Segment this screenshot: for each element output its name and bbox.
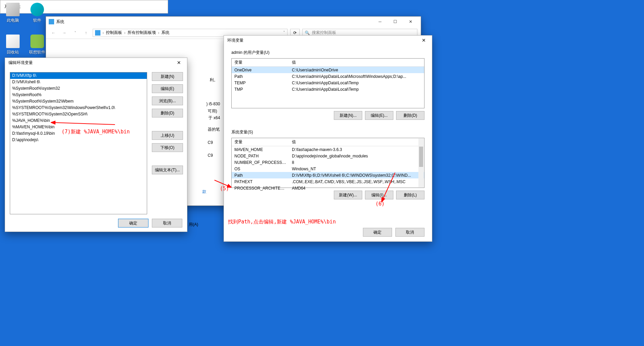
system-vars-table[interactable]: 变量 值 MAVEN_HOME D:\fast\apache-maven-3.6… <box>231 138 424 188</box>
move-up-button[interactable]: 上移(U) <box>152 131 183 140</box>
close-button[interactable]: ✕ <box>403 17 418 26</box>
partial-text: C9 <box>208 140 213 145</box>
user-edit-button[interactable]: 编辑(E)... <box>365 111 393 120</box>
titlebar[interactable]: 编辑环境变量 ✕ <box>5 58 187 67</box>
minimize-button[interactable]: ─ <box>372 17 388 26</box>
var-value: C:\Users\admin\AppData\Local\Microsoft\W… <box>289 74 424 79</box>
user-vars-label: admin 的用户变量(U) <box>231 50 432 56</box>
window-title: 编辑环境变量 <box>8 60 174 66</box>
maximize-button[interactable]: ☐ <box>388 17 403 26</box>
list-item[interactable]: %SYSTEMROOT%\System32\WindowsPowerShell\… <box>10 105 147 111</box>
column-header-val[interactable]: 值 <box>289 59 424 66</box>
var-value: D:\VM\Xftp 6\;D:\VM\Xshell 6\;C:\WINDOWS… <box>289 173 424 178</box>
ok-button[interactable]: 确定 <box>363 228 392 237</box>
table-row[interactable]: OneDrive C:\Users\admin\OneDrive <box>232 67 424 73</box>
table-row[interactable]: OS Windows_NT <box>232 166 424 172</box>
up-button[interactable]: ↑ <box>82 29 90 37</box>
user-new-button[interactable]: 新建(N)... <box>334 111 362 120</box>
user-vars-table[interactable]: 变量 值 OneDrive C:\Users\admin\OneDrive Pa… <box>231 58 424 108</box>
system-icon <box>49 19 54 24</box>
annotation-5: (5) <box>220 186 229 192</box>
var-value: AMD64 <box>289 186 424 191</box>
var-value: D:\fast\apache-maven-3.6.3 <box>289 147 424 152</box>
delete-button[interactable]: 删除(D) <box>152 109 183 117</box>
close-button[interactable]: ✕ <box>174 60 184 65</box>
titlebar[interactable]: 系统 ─ ☐ ✕ <box>46 17 421 27</box>
var-name: TMP <box>232 87 289 92</box>
system-vars-label: 系统变量(S) <box>231 129 432 135</box>
edit-button[interactable]: 编辑(E) <box>152 84 183 93</box>
path-list[interactable]: D:\VM\Xftp 6\ D:\VM\Xshell 6\ %SystemRoo… <box>10 72 147 214</box>
table-row[interactable]: Path D:\VM\Xftp 6\;D:\VM\Xshell 6\;C:\WI… <box>232 172 424 178</box>
scrollbar[interactable] <box>418 138 424 187</box>
table-row[interactable]: TEMP C:\Users\admin\AppData\Local\Temp <box>232 80 424 86</box>
this-pc-icon <box>6 3 20 16</box>
var-name: PATHEXT <box>232 179 289 184</box>
var-value: C:\Users\admin\AppData\Local\Temp <box>289 81 424 85</box>
new-button[interactable]: 新建(N) <box>152 72 183 81</box>
column-header-val[interactable]: 值 <box>289 138 424 146</box>
browse-button[interactable]: 浏览(B)... <box>152 96 183 105</box>
chevron-right-icon: › <box>158 30 159 35</box>
breadcrumb-item[interactable]: 所有控制面板项 <box>128 30 156 36</box>
titlebar[interactable]: 环境变量 ✕ <box>224 36 432 45</box>
list-item[interactable]: D:\app\nodejs\ <box>10 137 147 143</box>
window-title: 环境变量 <box>227 38 419 43</box>
var-name: OneDrive <box>232 68 289 72</box>
user-delete-button[interactable]: 删除(D) <box>396 111 424 120</box>
cancel-button[interactable]: 取消 <box>152 219 182 228</box>
column-header-var[interactable]: 变量 <box>232 138 289 146</box>
list-item[interactable]: %SystemRoot%\System32\Wbem <box>10 98 147 105</box>
close-button[interactable]: ✕ <box>419 38 429 43</box>
system-edit-button[interactable]: 编辑(I)... <box>365 191 393 199</box>
scrollbar-thumb[interactable] <box>419 147 423 167</box>
var-value: C:\Users\admin\OneDrive <box>289 68 424 72</box>
recent-button[interactable]: ˅ <box>71 29 79 37</box>
forward-button[interactable]: → <box>60 29 68 37</box>
back-button[interactable]: ← <box>49 29 58 37</box>
list-item[interactable]: %JAVA_HOME%\bin <box>10 117 147 124</box>
list-item[interactable]: D:\VM\Xshell 6\ <box>10 79 147 85</box>
breadcrumb-item[interactable]: 系统 <box>161 30 169 36</box>
annotation-6: (6) <box>375 201 385 207</box>
list-item[interactable]: %SystemRoot% <box>10 92 147 98</box>
table-row[interactable]: NODE_PATH D:\app\nodejs\node_global\node… <box>232 153 424 159</box>
dropdown-icon[interactable]: ˅ <box>283 30 285 35</box>
var-name: MAVEN_HOME <box>232 147 289 152</box>
chevron-right-icon: › <box>102 30 104 35</box>
move-down-button[interactable]: 下移(O) <box>152 143 183 152</box>
desktop-icon-lenovo[interactable]: 联想软件 <box>28 35 47 55</box>
table-row[interactable]: PROCESSOR_ARCHITECTURE AMD64 <box>232 185 424 191</box>
edit-text-button[interactable]: 编辑文本(T)... <box>152 166 183 174</box>
partial-text: 款 <box>202 189 206 195</box>
list-item[interactable]: %SystemRoot%\system32 <box>10 85 147 92</box>
system-properties-window: 系统属性 <box>0 0 168 14</box>
partial-text: 可用) <box>208 108 217 114</box>
partial-text: 用(A) <box>189 222 198 228</box>
system-new-button[interactable]: 新建(W)... <box>334 191 362 199</box>
desktop-icon-recycle[interactable]: 回收站 <box>3 35 22 55</box>
var-name: TEMP <box>232 81 289 85</box>
table-row[interactable]: NUMBER_OF_PROCESSORS 8 <box>232 159 424 166</box>
var-value: .COM;.EXE;.BAT;.CMD;.VBS;.VBE;.JS;.JSE;.… <box>289 179 424 184</box>
var-name: NODE_PATH <box>232 154 289 158</box>
var-name: PROCESSOR_ARCHITECTURE <box>232 186 289 191</box>
table-row[interactable]: Path C:\Users\admin\AppData\Local\Micros… <box>232 73 424 80</box>
ok-button[interactable]: 确定 <box>118 219 148 228</box>
table-row[interactable]: PATHEXT .COM;.EXE;.BAT;.CMD;.VBS;.VBE;.J… <box>232 178 424 185</box>
var-value: C:\Users\admin\AppData\Local\Temp <box>289 87 424 92</box>
annotation-bottom: 找到Path,点击编辑,新建 %JAVA_HOME%\bin <box>228 219 336 225</box>
table-row[interactable]: TMP C:\Users\admin\AppData\Local\Temp <box>232 86 424 92</box>
breadcrumb-item[interactable]: 控制面板 <box>106 30 122 36</box>
env-variables-window: 环境变量 ✕ admin 的用户变量(U) 变量 值 OneDrive C:\U… <box>224 35 432 242</box>
desktop-icon-software[interactable]: 软件 <box>28 3 47 23</box>
cancel-button[interactable]: 取消 <box>395 228 424 237</box>
list-item[interactable]: %SYSTEMROOT%\System32\OpenSSH\ <box>10 111 147 117</box>
table-row[interactable]: MAVEN_HOME D:\fast\apache-maven-3.6.3 <box>232 146 424 153</box>
desktop-icon-this-pc[interactable]: 此电脑 <box>3 3 22 23</box>
recycle-icon <box>6 35 20 48</box>
column-header-var[interactable]: 变量 <box>232 59 289 66</box>
list-item[interactable]: D:\VM\Xftp 6\ <box>10 72 147 79</box>
system-delete-button[interactable]: 删除(L) <box>396 191 424 199</box>
annotation-7: (7)新建 %JAVA_HOME%\bin <box>62 129 130 135</box>
